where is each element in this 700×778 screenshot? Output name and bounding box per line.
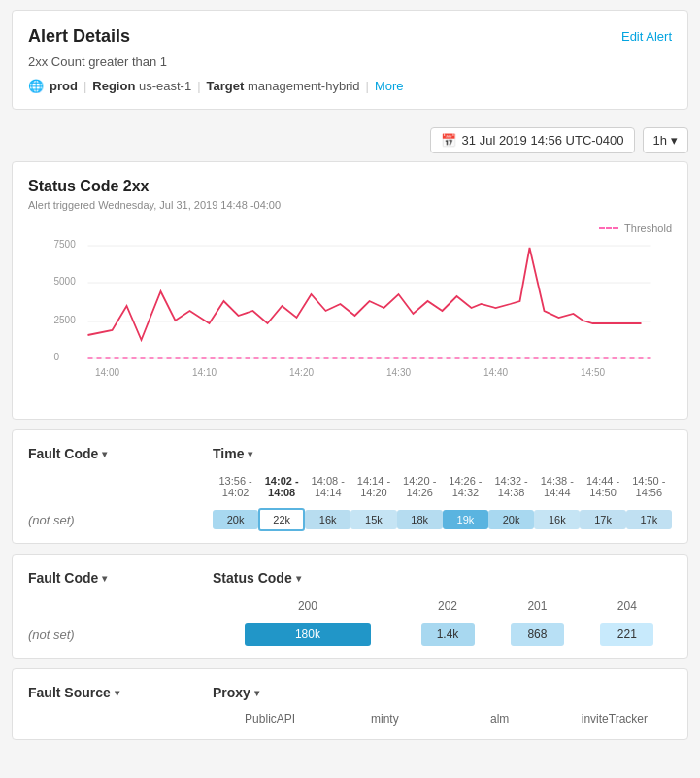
time-col-3: 14:14 -14:20 <box>350 473 396 504</box>
status-table: 200 202 201 204 (not set) 180k 1.4k 868 … <box>28 597 672 650</box>
time-table-header: Fault Code ▾ Time ▾ <box>28 446 672 461</box>
val-1: 22k <box>258 504 305 535</box>
date-picker[interactable]: 📅 31 Jul 2019 14:56 UTC-0400 <box>430 127 635 153</box>
fault-source-card: Fault Source ▾ Proxy ▾ PublicAPI minty a… <box>12 668 688 740</box>
chart-svg: 7500 5000 2500 0 14:00 14:10 14:20 14:30… <box>38 238 672 384</box>
range-value: 1h <box>653 133 667 148</box>
proxy-col-publicapi: PublicAPI <box>213 712 327 731</box>
status-val-204: 221 <box>583 619 672 650</box>
val-8: 17k <box>580 504 625 535</box>
proxy-col-invitetracker: inviteTracker <box>557 712 672 731</box>
calendar-icon: 📅 <box>441 133 456 148</box>
time-col-1: 14:02 -14:08 <box>258 473 305 504</box>
status-code-dropdown-icon: ▾ <box>296 573 301 584</box>
region-value: us-east-1 <box>139 79 191 93</box>
status-code-header[interactable]: Status Code ▾ <box>213 570 672 586</box>
status-table-col-headers: 200 202 201 204 <box>28 597 672 619</box>
date-value: 31 Jul 2019 14:56 UTC-0400 <box>462 133 624 148</box>
status-val-202: 1.4k <box>403 619 492 650</box>
status-fault-label: (not set) <box>28 619 213 650</box>
status-table-header: Fault Code ▾ Status Code ▾ <box>28 570 672 586</box>
more-link[interactable]: More <box>375 79 404 93</box>
time-dropdown-icon: ▾ <box>248 449 252 459</box>
proxy-col-minty: minty <box>327 712 442 731</box>
fault-code-dropdown-icon-2: ▾ <box>102 573 107 584</box>
proxy-col-header[interactable]: Proxy ▾ <box>213 685 672 700</box>
time-table: 13:56 -14:02 14:02 -14:08 14:08 -14:14 1… <box>28 473 672 535</box>
status-col-202: 202 <box>403 597 492 619</box>
alert-meta: 🌐 prod | Region us-east-1 | Target manag… <box>28 79 672 93</box>
fault-source-col-header[interactable]: Fault Source ▾ <box>28 685 213 700</box>
fault-code-header[interactable]: Fault Code ▾ <box>28 446 213 461</box>
svg-text:2500: 2500 <box>54 315 77 325</box>
time-header[interactable]: Time ▾ <box>213 446 672 461</box>
empty-header-2 <box>28 597 213 619</box>
svg-text:14:40: 14:40 <box>483 367 508 378</box>
val-3: 15k <box>350 504 396 535</box>
time-col-6: 14:32 -14:38 <box>488 473 534 504</box>
threshold-label: Threshold <box>624 222 672 234</box>
time-col-9: 14:50 -14:56 <box>626 473 672 504</box>
status-val-201: 868 <box>492 619 582 650</box>
time-col-8: 14:44 -14:50 <box>580 473 625 504</box>
alert-title: Alert Details <box>28 26 130 47</box>
time-table-col-headers: 13:56 -14:02 14:02 -14:08 14:08 -14:14 1… <box>28 473 672 504</box>
fault-code-label: (not set) <box>28 504 213 535</box>
alert-details-header: Alert Details Edit Alert <box>28 26 672 47</box>
threshold-line-icon <box>599 227 618 229</box>
time-col-2: 14:08 -14:14 <box>305 473 350 504</box>
svg-text:7500: 7500 <box>54 239 77 250</box>
val-7: 16k <box>534 504 580 535</box>
proxy-dropdown-icon: ▾ <box>254 688 259 698</box>
chart-card: Status Code 2xx Alert triggered Wednesda… <box>12 161 688 420</box>
time-col-4: 14:20 -14:26 <box>397 473 443 504</box>
svg-text:14:30: 14:30 <box>386 367 411 378</box>
val-6: 20k <box>488 504 534 535</box>
proxy-col-headers: PublicAPI minty alm inviteTracker <box>213 712 672 731</box>
chart-legend: Threshold <box>28 222 672 234</box>
target-value: management-hybrid <box>248 79 360 93</box>
svg-text:0: 0 <box>54 352 60 362</box>
status-col-201: 201 <box>492 597 582 619</box>
time-col-5: 14:26 -14:32 <box>443 473 488 504</box>
globe-icon: 🌐 <box>28 79 44 93</box>
time-controls: 📅 31 Jul 2019 14:56 UTC-0400 1h ▾ <box>0 119 700 161</box>
chevron-down-icon: ▾ <box>671 133 678 148</box>
region-label: Region <box>92 79 135 93</box>
val-2: 16k <box>305 504 350 535</box>
target-label: Target <box>207 79 245 93</box>
svg-text:14:50: 14:50 <box>581 367 605 378</box>
time-table-wrapper: 13:56 -14:02 14:02 -14:08 14:08 -14:14 1… <box>28 473 672 535</box>
fault-code-header-2[interactable]: Fault Code ▾ <box>28 570 213 586</box>
val-9: 17k <box>626 504 672 535</box>
val-0: 20k <box>213 504 258 535</box>
time-range-select[interactable]: 1h ▾ <box>643 127 688 153</box>
alert-details-card: Alert Details Edit Alert 2xx Count great… <box>12 10 688 110</box>
chart-container: 7500 5000 2500 0 14:00 14:10 14:20 14:30… <box>38 238 672 403</box>
time-col-0: 13:56 -14:02 <box>213 473 258 504</box>
alert-subtitle: 2xx Count greater than 1 <box>28 54 672 69</box>
val-4: 18k <box>397 504 443 535</box>
time-table-card: Fault Code ▾ Time ▾ 13:56 -14:02 14:02 -… <box>12 429 688 544</box>
time-col-7: 14:38 -14:44 <box>534 473 580 504</box>
fault-source-dropdown-icon: ▾ <box>115 688 119 698</box>
svg-text:14:20: 14:20 <box>289 367 314 378</box>
status-val-200: 180k <box>213 619 403 650</box>
proxy-col-alm: alm <box>443 712 557 731</box>
table-row: (not set) 20k 22k 16k 15k 18k 19k 20k 16… <box>28 504 672 535</box>
status-table-card: Fault Code ▾ Status Code ▾ 200 202 201 2… <box>12 554 688 659</box>
fault-source-header: Fault Source ▾ Proxy ▾ <box>28 685 672 700</box>
svg-text:14:10: 14:10 <box>192 367 217 378</box>
status-col-200: 200 <box>213 597 403 619</box>
empty-header <box>28 473 213 504</box>
val-5: 19k <box>443 504 488 535</box>
chart-title: Status Code 2xx <box>28 178 672 195</box>
edit-alert-link[interactable]: Edit Alert <box>621 29 672 44</box>
env-value: prod <box>50 79 78 93</box>
chart-subtitle: Alert triggered Wednesday, Jul 31, 2019 … <box>28 199 672 211</box>
fault-code-dropdown-icon: ▾ <box>102 449 107 459</box>
svg-text:14:00: 14:00 <box>95 367 119 378</box>
svg-text:5000: 5000 <box>54 276 77 287</box>
status-table-row: (not set) 180k 1.4k 868 221 <box>28 619 672 650</box>
status-col-204: 204 <box>583 597 672 619</box>
